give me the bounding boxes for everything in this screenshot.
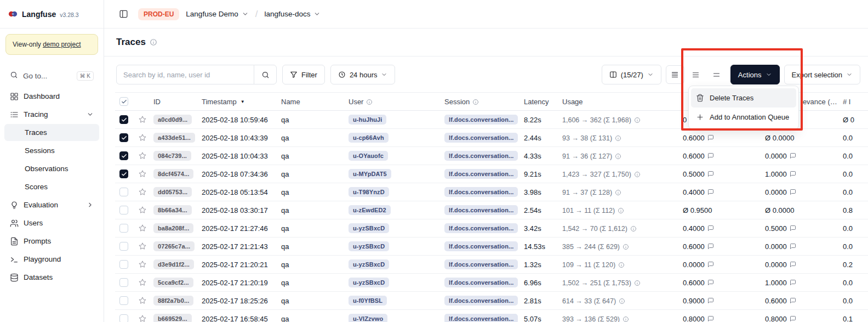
col-name[interactable]: Name [277,93,344,111]
row-checkbox[interactable] [119,296,128,305]
session-badge[interactable]: lf.docs.conversation... [444,296,518,306]
row-checkbox[interactable] [119,133,128,142]
sidebar-item-dashboard[interactable]: Dashboard [4,88,99,105]
row-height-small-button[interactable] [666,65,684,84]
trace-id-badge[interactable]: b669529... [153,314,192,322]
session-badge[interactable]: lf.docs.conversation... [444,151,518,161]
trace-row[interactable]: 8b66a34...2025-02-18 03:30:17qau-zEwdED2… [115,201,868,219]
col-usage[interactable]: Usage [558,93,678,111]
trace-id-badge[interactable]: d3e9d1f2... [153,259,194,269]
row-checkbox[interactable] [119,151,128,160]
sidebar-item-observations[interactable]: Observations [4,160,99,177]
row-checkbox[interactable] [119,224,128,233]
trace-row[interactable]: d3e9d1f2...2025-02-17 21:20:21qau-yzSBxc… [115,256,868,274]
row-checkbox[interactable] [119,314,128,322]
sidebar-item-prompts[interactable]: Prompts [4,233,99,250]
col-latency[interactable]: Latency [519,93,558,111]
trace-row[interactable]: a433de51...2025-02-18 10:43:39qau-cp66Av… [115,129,868,147]
user-badge[interactable]: u-yzSBxcD [349,278,389,287]
user-badge[interactable]: u-T98YnzD [349,187,389,197]
actions-button[interactable]: Actions [730,65,780,84]
sidebar-item-users[interactable]: Users [4,214,99,231]
trace-id-badge[interactable]: 8dcf4574... [153,169,193,179]
sidebar-item-sessions[interactable]: Sessions [4,142,99,159]
user-badge[interactable]: u-yzSBxcD [349,259,389,269]
bookmark-star-icon[interactable] [138,224,145,233]
bookmark-star-icon[interactable] [138,242,145,251]
col-user[interactable]: User [344,93,440,111]
row-checkbox[interactable] [119,242,128,251]
bookmark-star-icon[interactable] [138,206,145,214]
trace-row[interactable]: 084c739...2025-02-18 10:04:33qau-OYauofc… [115,147,868,165]
bookmark-star-icon[interactable] [138,151,145,160]
bookmark-star-icon[interactable] [138,278,145,287]
goto-search[interactable]: Go to... ⌘ K [4,67,99,84]
row-checkbox[interactable] [119,115,128,124]
filter-button[interactable]: Filter [282,65,325,84]
user-badge[interactable]: u-yzSBxcD [349,223,389,233]
row-checkbox[interactable] [119,260,128,269]
session-badge[interactable]: lf.docs.conversation... [444,259,518,269]
trace-row[interactable]: 88f2a7b0...2025-02-17 18:25:26qau-f0YfBS… [115,292,868,310]
sidebar-item-playground[interactable]: Playground [4,251,99,268]
demo-project-link[interactable]: demo project [43,41,81,48]
trace-id-badge[interactable]: a433de51... [153,133,195,143]
trace-id-badge[interactable]: a0cd0d9... [153,115,192,125]
user-badge[interactable]: u-yzSBxcD [349,241,389,251]
bookmark-star-icon[interactable] [138,314,145,322]
bookmark-star-icon[interactable] [138,296,145,305]
column-visibility-button[interactable]: (15/27) [602,65,661,84]
bookmark-star-icon[interactable] [138,133,145,142]
row-checkbox[interactable] [119,278,128,287]
bookmark-star-icon[interactable] [138,188,145,196]
search-submit-button[interactable] [254,65,277,84]
row-height-medium-button[interactable] [687,65,705,84]
col-timestamp[interactable]: Timestamp▼ [197,93,277,111]
sidebar-item-tracing[interactable]: Tracing [4,106,99,123]
trace-id-badge[interactable]: 5cca9cf2... [153,278,193,287]
select-all-checkbox[interactable] [119,97,128,106]
bookmark-star-icon[interactable] [138,170,145,178]
trace-id-badge[interactable]: 8b66a34... [153,205,192,215]
session-badge[interactable]: lf.docs.conversation... [444,169,518,179]
session-badge[interactable]: lf.docs.conversation... [444,241,518,251]
row-height-large-button[interactable] [707,65,726,84]
session-badge[interactable]: lf.docs.conversation... [444,205,518,215]
trace-row[interactable]: 5cca9cf2...2025-02-17 21:20:19qau-yzSBxc… [115,274,868,292]
user-badge[interactable]: u-f0YfBSL [349,296,387,306]
session-badge[interactable]: lf.docs.conversation... [444,278,518,287]
trace-row[interactable]: b669529...2025-02-17 16:58:45qau-VIZzvwo… [115,310,868,322]
sidebar-toggle-button[interactable] [115,6,132,22]
col-score-3[interactable]: # I [838,93,868,111]
user-badge[interactable]: u-huJhuJi [349,115,386,125]
page-info-icon[interactable] [150,38,157,46]
bookmark-star-icon[interactable] [138,260,145,269]
sidebar-item-scores[interactable]: Scores [4,178,99,195]
org-switcher[interactable]: Langfuse Demo [186,10,248,18]
sidebar-item-datasets[interactable]: Datasets [4,269,99,286]
row-checkbox[interactable] [119,170,128,178]
trace-id-badge[interactable]: dd05753... [153,187,192,197]
search-input[interactable] [116,65,254,84]
user-badge[interactable]: u-OYauofc [349,151,388,161]
user-badge[interactable]: u-VIZzvwo [349,314,387,322]
menu-item-add-to-annotation-queue[interactable]: Add to Annotation Queue [691,108,796,127]
session-badge[interactable]: lf.docs.conversation... [444,314,518,322]
row-checkbox[interactable] [119,206,128,214]
user-badge[interactable]: u-MYpDAT5 [349,169,391,179]
session-badge[interactable]: lf.docs.conversation... [444,187,518,197]
session-badge[interactable]: lf.docs.conversation... [444,115,518,125]
time-range-button[interactable]: 24 hours [330,65,396,84]
session-badge[interactable]: lf.docs.conversation... [444,223,518,233]
trace-id-badge[interactable]: ba8a208f... [153,223,193,233]
menu-item-delete-traces[interactable]: Delete Traces [691,88,796,108]
sidebar-item-traces[interactable]: Traces [4,124,99,141]
trace-row[interactable]: ba8a208f...2025-02-17 21:27:46qau-yzSBxc… [115,219,868,238]
project-switcher[interactable]: langfuse-docs [264,10,321,18]
session-badge[interactable]: lf.docs.conversation... [444,133,518,143]
trace-id-badge[interactable]: 88f2a7b0... [153,296,193,306]
row-checkbox[interactable] [119,188,128,196]
trace-row[interactable]: 8dcf4574...2025-02-18 07:34:36qau-MYpDAT… [115,165,868,183]
user-badge[interactable]: u-cp66Avh [349,133,389,143]
user-badge[interactable]: u-zEwdED2 [349,205,391,215]
